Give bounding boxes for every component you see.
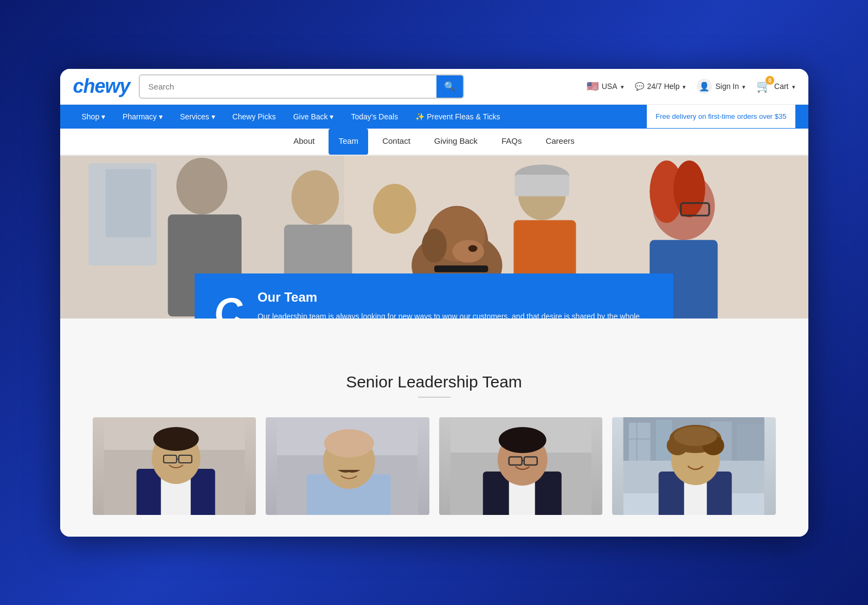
sub-nav-team[interactable]: Team bbox=[329, 129, 368, 155]
help-chat-icon: 💬 bbox=[635, 82, 644, 91]
team-member-4-photo bbox=[612, 417, 776, 515]
svg-point-16 bbox=[468, 245, 477, 252]
search-button[interactable]: 🔍 bbox=[436, 75, 463, 98]
svg-point-49 bbox=[498, 427, 546, 453]
cart-label: Cart bbox=[774, 82, 788, 91]
svg-point-35 bbox=[153, 427, 198, 451]
country-chevron-icon bbox=[621, 82, 624, 91]
nav-item-give-back[interactable]: Give Back ▾ bbox=[285, 105, 343, 129]
chewy-logo[interactable]: chewy bbox=[73, 75, 130, 98]
hero-section: C Our Team Our leadership team is always… bbox=[60, 156, 808, 319]
team-member-2-photo bbox=[266, 417, 429, 515]
nav-item-pharmacy[interactable]: Pharmacy ▾ bbox=[114, 105, 171, 129]
svg-point-40 bbox=[324, 429, 374, 457]
sub-nav-careers[interactable]: Careers bbox=[536, 129, 584, 155]
nav-item-todays-deals[interactable]: Today's Deals bbox=[342, 105, 407, 129]
nav-item-prevent-fleas[interactable]: ✨ Prevent Fleas & Ticks bbox=[407, 105, 509, 129]
promo-banner: Free delivery on first-time orders over … bbox=[647, 105, 795, 128]
sub-nav-about[interactable]: About bbox=[284, 129, 324, 155]
nav-pharmacy-label: Pharmacy ▾ bbox=[123, 112, 163, 121]
nav-item-chewy-picks[interactable]: Chewy Picks bbox=[224, 105, 285, 129]
leadership-section: Senior Leadership Team bbox=[60, 319, 808, 537]
top-bar: chewy 🔍 🇺🇸 USA 💬 24/7 Help 👤 Sign In bbox=[60, 69, 808, 105]
cart-badge: 🛒 0 bbox=[756, 79, 771, 93]
help-chevron-icon bbox=[683, 82, 686, 91]
sub-nav: About Team Contact Giving Back FAQs Care… bbox=[60, 129, 808, 156]
team-member-1-photo bbox=[93, 417, 256, 515]
section-title: Senior Leadership Team bbox=[93, 373, 776, 391]
search-input[interactable] bbox=[140, 77, 436, 97]
team-card bbox=[612, 417, 776, 515]
sub-nav-giving-back[interactable]: Giving Back bbox=[425, 129, 487, 155]
cart-chevron-icon bbox=[792, 82, 795, 91]
svg-point-5 bbox=[176, 157, 227, 214]
main-nav: Shop ▾ Pharmacy ▾ Services ▾ Chewy Picks… bbox=[60, 105, 808, 129]
nav-item-shop[interactable]: Shop ▾ bbox=[73, 105, 114, 129]
team-card bbox=[266, 417, 429, 515]
browser-frame: chewy 🔍 🇺🇸 USA 💬 24/7 Help 👤 Sign In bbox=[60, 69, 808, 537]
user-icon: 👤 bbox=[697, 79, 712, 94]
sign-in-button[interactable]: 👤 Sign In bbox=[697, 79, 745, 94]
team-card bbox=[439, 417, 603, 515]
signin-label: Sign In bbox=[715, 82, 739, 91]
nav-shop-label: Shop ▾ bbox=[82, 112, 106, 121]
team-card bbox=[93, 417, 256, 515]
help-label: 24/7 Help bbox=[647, 82, 680, 91]
cart-button[interactable]: 🛒 0 Cart bbox=[756, 79, 795, 93]
sub-nav-contact[interactable]: Contact bbox=[372, 129, 420, 155]
team-grid bbox=[93, 417, 776, 515]
nav-chewy-picks-label: Chewy Picks bbox=[233, 112, 276, 121]
svg-rect-53 bbox=[629, 423, 651, 461]
help-button[interactable]: 💬 24/7 Help bbox=[635, 82, 686, 91]
svg-point-15 bbox=[452, 240, 484, 263]
svg-rect-17 bbox=[434, 265, 488, 272]
nav-item-services[interactable]: Services ▾ bbox=[171, 105, 224, 129]
nav-give-back-label: Give Back ▾ bbox=[293, 112, 334, 121]
hero-body: Our leadership team is always looking fo… bbox=[258, 310, 654, 319]
country-label: USA bbox=[602, 82, 618, 91]
svg-point-9 bbox=[373, 183, 416, 233]
hero-overlay-card: C Our Team Our leadership team is always… bbox=[195, 273, 673, 319]
svg-point-67 bbox=[674, 426, 717, 446]
section-divider bbox=[418, 397, 451, 398]
nav-prevent-fleas-label: Prevent Fleas & Ticks bbox=[427, 112, 500, 121]
hero-text-block: Our Team Our leadership team is always l… bbox=[258, 290, 654, 319]
sub-nav-faqs[interactable]: FAQs bbox=[492, 129, 532, 155]
sparkle-icon: ✨ bbox=[415, 112, 425, 121]
chewy-c-logo: C bbox=[214, 292, 242, 318]
hero-title: Our Team bbox=[258, 290, 654, 305]
usa-flag-icon: 🇺🇸 bbox=[587, 80, 599, 92]
svg-point-14 bbox=[422, 228, 447, 263]
svg-rect-4 bbox=[105, 169, 151, 237]
svg-rect-20 bbox=[515, 175, 569, 196]
country-selector[interactable]: 🇺🇸 USA bbox=[587, 80, 624, 92]
team-member-3-photo bbox=[439, 417, 603, 515]
svg-point-7 bbox=[291, 170, 339, 224]
search-bar: 🔍 bbox=[139, 74, 464, 99]
cart-count: 0 bbox=[766, 76, 774, 85]
nav-todays-deals-label: Today's Deals bbox=[351, 112, 398, 121]
top-right-controls: 🇺🇸 USA 💬 24/7 Help 👤 Sign In 🛒 0 Cart bbox=[587, 79, 795, 94]
svg-point-25 bbox=[673, 160, 705, 217]
signin-chevron-icon bbox=[742, 82, 745, 91]
svg-rect-57 bbox=[737, 424, 764, 461]
nav-services-label: Services ▾ bbox=[180, 112, 215, 121]
